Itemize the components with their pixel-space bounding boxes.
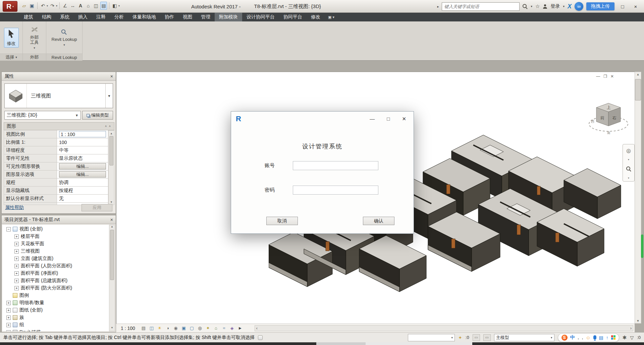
expand-icon[interactable]: + bbox=[14, 234, 19, 239]
gear-icon[interactable]: ✱ bbox=[623, 335, 627, 341]
edit-type-button[interactable]: 编辑类型 bbox=[82, 111, 113, 120]
maximize-button[interactable]: □ bbox=[618, 2, 628, 11]
tree-item-families[interactable]: +族 bbox=[2, 314, 109, 321]
chevron-down-icon[interactable]: ▾ bbox=[628, 177, 629, 180]
expand-icon[interactable]: + bbox=[6, 316, 11, 320]
scrollbar-thumb[interactable] bbox=[110, 230, 114, 280]
view-restore-icon[interactable]: ❐ bbox=[603, 74, 607, 79]
tree-item-sheets[interactable]: +图纸 (全部) bbox=[2, 306, 109, 314]
graphics-section-header[interactable]: 图形 ˄ ˄ bbox=[4, 122, 114, 130]
tree-item-area-plan-net[interactable]: +面积平面 (净面积) bbox=[2, 270, 109, 277]
tab-insert[interactable]: 插入 bbox=[74, 13, 92, 21]
property-value[interactable]: 按规程 bbox=[57, 187, 108, 195]
open-icon[interactable]: ▱ bbox=[21, 2, 28, 10]
temporary-view-properties-icon[interactable]: ⌂ bbox=[212, 325, 220, 332]
tree-item-area-plan-gross[interactable]: +面积平面 (总建筑面积) bbox=[2, 277, 109, 284]
skin-icon[interactable]: ↑ bbox=[606, 335, 608, 340]
scroll-up-icon[interactable]: ▲ bbox=[637, 73, 640, 76]
design-option-combo[interactable]: ▾ bbox=[408, 334, 455, 341]
tab-manage[interactable]: 管理 bbox=[197, 13, 215, 21]
search-icon[interactable] bbox=[523, 4, 528, 9]
edit-visibility-button[interactable]: 编辑... bbox=[59, 163, 106, 169]
default-3d-view-icon[interactable]: ⌂ bbox=[85, 2, 92, 10]
panel-label-select[interactable]: 选择▾ bbox=[0, 54, 22, 61]
close-icon[interactable]: × bbox=[110, 217, 113, 222]
redo-icon[interactable]: ↷ bbox=[49, 2, 56, 10]
chevron-down-icon[interactable]: ▾ bbox=[56, 4, 57, 7]
modify-button[interactable]: 修改 bbox=[4, 28, 19, 48]
external-tools-button[interactable]: 外部 工具 ▾ bbox=[27, 24, 42, 51]
chevron-down-icon[interactable]: ▾ bbox=[47, 4, 48, 7]
scroll-left-icon[interactable]: ‹ bbox=[256, 326, 258, 331]
viewport-vertical-scrollbar[interactable]: ▲ ▼ bbox=[635, 72, 641, 324]
tab-analyze[interactable]: 分析 bbox=[110, 13, 128, 21]
scroll-up-icon[interactable]: ▲ bbox=[110, 131, 113, 136]
expand-icon[interactable]: + bbox=[6, 308, 11, 313]
shadows-icon[interactable]: ◑ bbox=[164, 325, 171, 332]
property-grid-scrollbar[interactable]: ▲ ▼ bbox=[108, 130, 114, 205]
property-value[interactable]: 1 : 100 bbox=[57, 130, 108, 138]
sign-in-label[interactable]: 登录 bbox=[550, 3, 560, 9]
detail-level-icon[interactable]: ▤ bbox=[140, 325, 147, 332]
app-menu-button[interactable]: R▾ bbox=[3, 1, 17, 12]
analytical-model-icon[interactable]: ≈ bbox=[220, 325, 228, 332]
visual-style-icon[interactable]: ◫ bbox=[148, 325, 155, 332]
scroll-down-icon[interactable]: ▼ bbox=[111, 326, 113, 331]
sun-path-icon[interactable]: ☀ bbox=[156, 325, 163, 332]
save-icon[interactable]: ▣ bbox=[29, 2, 35, 10]
tree-item-schedules[interactable]: +明细表/数量 bbox=[2, 299, 109, 306]
tree-item-area-plan-civil-defense[interactable]: +面积平面 (人防分区面积) bbox=[2, 262, 109, 270]
property-value[interactable]: 协调 bbox=[57, 179, 108, 187]
dialog-close-button[interactable]: ✕ bbox=[402, 116, 406, 122]
active-model-combo[interactable]: 主模型 ▾ bbox=[494, 334, 554, 341]
tab-architecture[interactable]: 建筑 bbox=[19, 13, 38, 21]
expand-icon[interactable]: + bbox=[6, 330, 11, 332]
chevron-down-icon[interactable]: ▾ bbox=[531, 5, 532, 8]
confirm-button[interactable]: 确认 bbox=[363, 217, 394, 225]
tab-massing-site[interactable]: 体量和场地 bbox=[128, 13, 160, 21]
expand-icon[interactable]: + bbox=[14, 249, 19, 254]
worksets-icon[interactable]: ▭ bbox=[473, 334, 480, 341]
tab-collab-platform[interactable]: 协同平台 bbox=[279, 13, 307, 21]
crop-view-icon[interactable]: ▣ bbox=[180, 325, 187, 332]
close-icon[interactable]: × bbox=[110, 74, 113, 79]
reveal-hidden-icon[interactable]: ✦ bbox=[204, 325, 212, 332]
expand-icon[interactable]: + bbox=[14, 271, 19, 276]
cancel-button[interactable]: 取消 bbox=[266, 217, 298, 225]
password-input[interactable] bbox=[293, 186, 378, 195]
crop-region-icon[interactable]: ▢ bbox=[188, 325, 196, 332]
filter-icon[interactable]: ▽ bbox=[630, 335, 634, 340]
tree-item-elevations[interactable]: +立面 (建筑立面) bbox=[2, 255, 109, 262]
dialog-maximize-button[interactable]: □ bbox=[387, 116, 390, 122]
sogou-logo[interactable]: S bbox=[561, 335, 568, 341]
tree-item-revit-links[interactable]: +Revit 链接 bbox=[2, 329, 109, 331]
chevron-down-icon[interactable]: ▾ bbox=[563, 5, 565, 8]
view-close-icon[interactable]: ✕ bbox=[610, 74, 614, 79]
property-value[interactable]: 无 bbox=[57, 195, 108, 203]
scroll-down-icon[interactable]: ▼ bbox=[637, 319, 640, 323]
edit-display-options-button[interactable]: 编辑... bbox=[59, 171, 106, 178]
properties-header[interactable]: 属性 × bbox=[2, 72, 116, 81]
scroll-right-icon[interactable]: › bbox=[630, 326, 632, 331]
tree-item-floor-plans[interactable]: +楼层平面 bbox=[2, 233, 109, 240]
search-input[interactable] bbox=[442, 2, 520, 11]
measure-icon[interactable]: ∠ bbox=[62, 2, 68, 10]
exchange-apps-icon[interactable]: X bbox=[568, 3, 572, 10]
chevron-down-icon[interactable]: ▾ bbox=[628, 158, 629, 161]
tab-design-collab-platform[interactable]: 设计协同平台 bbox=[242, 13, 279, 21]
dialog-minimize-button[interactable]: — bbox=[370, 116, 375, 122]
expand-icon[interactable]: + bbox=[14, 286, 19, 290]
property-value[interactable]: 中等 bbox=[57, 146, 108, 154]
project-browser-header[interactable]: 项目浏览器 - T8-标准层.rvt × bbox=[2, 215, 116, 224]
ime-punctuation-toggle[interactable]: 。, bbox=[578, 335, 583, 341]
section-icon[interactable]: ◫ bbox=[93, 2, 99, 10]
tab-structure[interactable]: 结构 bbox=[38, 13, 56, 21]
ribbon-display-toggle-icon[interactable]: ▣ ▾ bbox=[325, 13, 338, 21]
tree-item-groups[interactable]: +组 bbox=[2, 321, 109, 329]
collapse-icon[interactable]: − bbox=[6, 227, 11, 231]
search-collapse-icon[interactable]: ▸ bbox=[437, 5, 439, 8]
user-icon[interactable] bbox=[543, 4, 547, 9]
zoom-icon[interactable] bbox=[624, 164, 633, 173]
dimension-icon[interactable]: ↔ bbox=[69, 2, 76, 10]
tree-item-legends[interactable]: +图例 bbox=[2, 292, 109, 299]
